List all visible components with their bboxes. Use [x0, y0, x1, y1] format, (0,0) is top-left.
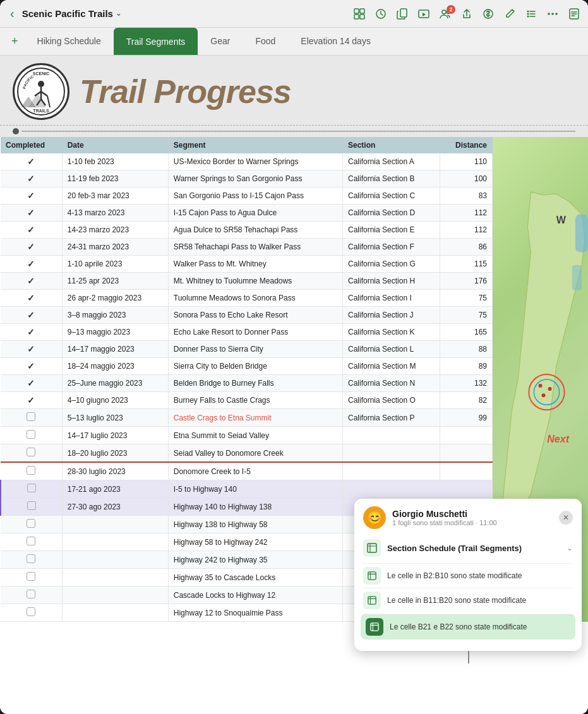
- notif-section[interactable]: Section Schedule (Trail Segments) ⌄: [363, 535, 573, 561]
- completed-cell[interactable]: [1, 462, 62, 480]
- completed-cell[interactable]: ✓: [1, 273, 62, 290]
- completed-cell[interactable]: ✓: [1, 392, 62, 409]
- completed-cell[interactable]: [1, 604, 62, 622]
- notif-item-icon-3: [366, 618, 383, 636]
- add-tab-button[interactable]: +: [5, 28, 25, 55]
- pen-icon[interactable]: [503, 8, 516, 20]
- svg-text:SCENIC: SCENIC: [33, 71, 49, 76]
- checkbox-empty[interactable]: [27, 519, 35, 528]
- checkbox-empty[interactable]: [27, 572, 35, 581]
- segment-cell: Agua Dulce to SR58 Tehachapi Pass: [168, 222, 342, 239]
- copy-icon[interactable]: [396, 8, 409, 20]
- svg-point-12: [527, 15, 529, 17]
- segment-cell: Highway 12 to Snoqualmie Pass: [168, 604, 342, 622]
- date-cell: [62, 516, 168, 533]
- svg-rect-38: [368, 597, 376, 604]
- list-icon[interactable]: [525, 8, 537, 20]
- date-cell: 9–13 maggio 2023: [62, 324, 168, 341]
- completed-cell[interactable]: ✓: [1, 358, 62, 375]
- svg-point-15: [555, 13, 558, 15]
- doc-icon[interactable]: [568, 8, 580, 20]
- completed-cell[interactable]: [1, 569, 62, 586]
- section-cell: California Section G: [343, 256, 440, 273]
- svg-rect-39: [371, 623, 378, 631]
- completed-cell[interactable]: [1, 480, 62, 498]
- completed-cell[interactable]: ✓: [1, 187, 62, 205]
- date-cell: [62, 586, 168, 604]
- checkbox-empty[interactable]: [27, 448, 35, 456]
- svg-rect-37: [368, 572, 376, 580]
- tab-gear[interactable]: Gear: [198, 28, 243, 55]
- notif-expand-icon[interactable]: ⌄: [567, 544, 573, 552]
- tab-elevation[interactable]: Elevation 14 days: [288, 28, 383, 55]
- completed-cell[interactable]: [1, 551, 62, 569]
- checkbox-empty[interactable]: [27, 466, 35, 475]
- completed-cell[interactable]: [1, 516, 62, 533]
- back-button[interactable]: ‹: [8, 4, 17, 23]
- checkbox-empty[interactable]: [27, 590, 35, 598]
- completed-cell[interactable]: [1, 427, 62, 444]
- tab-trail-segments[interactable]: Trail Segments: [114, 28, 198, 55]
- table-row: ✓4–10 giugno 2023Burney Falls to Castle …: [1, 392, 493, 409]
- completed-cell[interactable]: ✓: [1, 307, 62, 324]
- completed-cell[interactable]: ✓: [1, 341, 62, 358]
- section-cell: California Section M: [343, 358, 440, 375]
- date-cell: 18–20 luglio 2023: [62, 444, 168, 463]
- section-cell: California Section C: [343, 187, 440, 205]
- checkbox-empty[interactable]: [27, 412, 35, 421]
- completed-cell[interactable]: ✓: [1, 290, 62, 307]
- completed-cell[interactable]: ✓: [1, 239, 62, 256]
- tab-hiking-schedule[interactable]: Hiking Schedule: [25, 28, 114, 55]
- completed-cell[interactable]: [1, 409, 62, 427]
- title-chevron-icon: ⌄: [116, 9, 121, 18]
- notif-item-icon-1: [363, 567, 381, 585]
- checkbox-empty[interactable]: [27, 554, 35, 563]
- notif-section-icon: [363, 539, 381, 557]
- distance-cell: 176: [440, 273, 492, 290]
- completed-cell[interactable]: ✓: [1, 324, 62, 341]
- table-row: 5–13 luglio 2023Castle Crags to Etna Sum…: [1, 409, 493, 427]
- svg-point-13: [548, 13, 550, 15]
- completed-cell[interactable]: [1, 586, 62, 604]
- checkbox-empty[interactable]: [27, 430, 35, 439]
- distance-cell: 112: [440, 205, 492, 222]
- completed-cell[interactable]: ✓: [1, 170, 62, 187]
- completed-cell[interactable]: [1, 533, 62, 551]
- col-segment: Segment: [168, 137, 342, 153]
- share-icon[interactable]: [460, 8, 473, 20]
- date-cell: 3–8 maggio 2023: [62, 307, 168, 324]
- segment-cell: Highway 58 to Highway 242: [168, 533, 342, 551]
- completed-cell[interactable]: [1, 498, 62, 516]
- segment-cell: Donomore Creek to I-5: [168, 462, 342, 480]
- completed-cell[interactable]: ✓: [1, 153, 62, 170]
- section-cell: California Section E: [343, 222, 440, 239]
- tab-food[interactable]: Food: [243, 28, 288, 55]
- more-icon[interactable]: [546, 8, 559, 20]
- content-area: SCENIC TRAILS: [0, 56, 588, 714]
- table-row: ✓11-25 apr 2023Mt. Whitney to Tuolumne M…: [1, 273, 493, 290]
- completed-cell[interactable]: [1, 444, 62, 463]
- completed-cell[interactable]: ✓: [1, 222, 62, 239]
- date-cell: [62, 569, 168, 586]
- grid-view-icon[interactable]: [353, 8, 366, 20]
- currency-icon[interactable]: [482, 8, 495, 20]
- distance-cell: 115: [440, 256, 492, 273]
- people-icon[interactable]: 2: [439, 8, 452, 20]
- clock-icon[interactable]: [375, 8, 387, 20]
- completed-cell[interactable]: ✓: [1, 256, 62, 273]
- notif-close-button[interactable]: ✕: [559, 511, 573, 525]
- completed-cell[interactable]: ✓: [1, 205, 62, 222]
- completed-cell[interactable]: ✓: [1, 375, 62, 392]
- checkbox-empty[interactable]: [27, 537, 35, 545]
- date-cell: [62, 551, 168, 569]
- svg-point-10: [527, 10, 529, 12]
- date-cell: 24-31 marzo 2023: [62, 239, 168, 256]
- media-icon[interactable]: [417, 8, 430, 20]
- checkbox-empty[interactable]: [27, 501, 36, 510]
- notif-item-text-1: Le celle in B2:B10 sono state modificate: [387, 571, 573, 580]
- distance-cell: 165: [440, 324, 492, 341]
- checkbox-empty[interactable]: [27, 607, 35, 616]
- notif-section-title: Section Schedule (Trail Segments): [387, 544, 560, 553]
- checkbox-empty[interactable]: [27, 484, 36, 492]
- people-badge: 2: [447, 5, 455, 14]
